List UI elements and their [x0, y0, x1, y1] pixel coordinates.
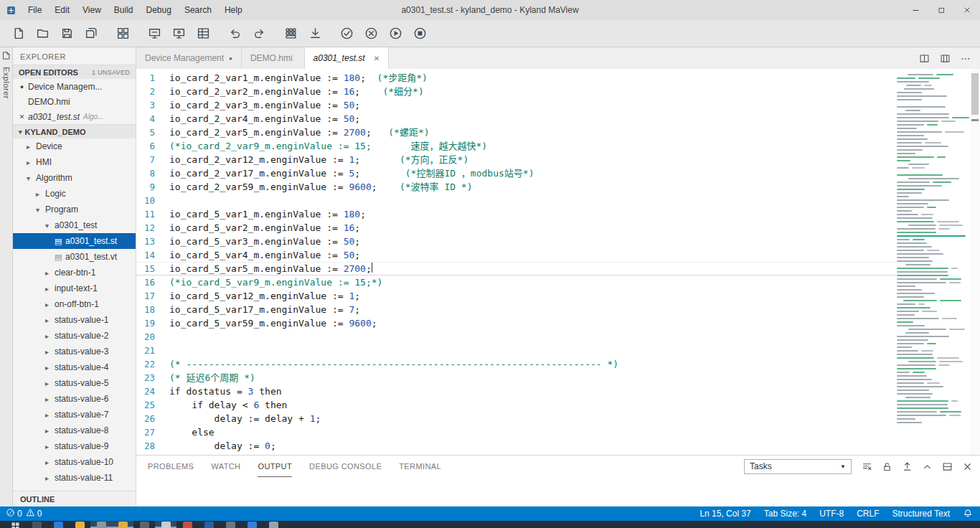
run-button[interactable]: [385, 23, 406, 44]
tree-item-Program[interactable]: ▾Program: [13, 202, 136, 217]
tree-item-clear-btn-1[interactable]: ▸clear-btn-1: [13, 265, 136, 280]
outline-header[interactable]: OUTLINE: [13, 491, 136, 506]
tree-item-status-value-10[interactable]: ▸status-value-10: [13, 454, 136, 470]
tree-item-status-value-8[interactable]: ▸status-value-8: [13, 423, 136, 438]
code-line[interactable]: 5io_card_2_var5_m.enginValue := 2700; (*…: [136, 126, 895, 139]
code-area[interactable]: 1io_card_2_var1_m.enginValue := 180; (*步…: [136, 69, 895, 455]
encoding-indicator[interactable]: UTF-8: [819, 509, 844, 519]
code-line[interactable]: 19io_card_5_var59_m.enginValue := 9600;: [136, 316, 895, 330]
open-editor-item[interactable]: ●Device Managem...: [13, 79, 136, 94]
eol-indicator[interactable]: CRLF: [857, 509, 879, 519]
code-line[interactable]: 10: [136, 194, 895, 207]
scrollbar-thumb[interactable]: [971, 73, 979, 115]
taskbar-app-icon[interactable]: [241, 521, 263, 528]
panel-tab-debug-console[interactable]: DEBUG CONSOLE: [309, 456, 382, 477]
unlock-icon[interactable]: [882, 461, 892, 472]
stop-button[interactable]: [409, 23, 430, 44]
tree-item-a0301_test.vt[interactable]: ▤a0301_test.vt: [13, 249, 136, 265]
taskbar-app-icon[interactable]: [263, 521, 284, 528]
taskbar-app-icon[interactable]: [90, 521, 112, 528]
cancel-build-button[interactable]: [360, 23, 382, 44]
tree-item-status-value-11[interactable]: ▸status-value-11: [13, 470, 136, 486]
pin-output-icon[interactable]: [902, 461, 913, 472]
code-line[interactable]: 1io_card_2_var1_m.enginValue := 180; (*步…: [136, 71, 895, 85]
clear-output-icon[interactable]: [862, 461, 872, 472]
taskbar-app-icon[interactable]: [220, 521, 241, 528]
menu-help[interactable]: Help: [218, 0, 249, 20]
redo-button[interactable]: [248, 23, 270, 44]
panel-tab-terminal[interactable]: TERMINAL: [399, 456, 441, 477]
tree-item-status-value-7[interactable]: ▸status-value-7: [13, 407, 136, 423]
tree-item-status-value-2[interactable]: ▸status-value-2: [13, 328, 136, 344]
device-monitor-button[interactable]: [168, 23, 189, 44]
code-line[interactable]: 3io_card_2_var3_m.enginValue := 50;: [136, 98, 895, 112]
close-tab-icon[interactable]: ✕: [374, 55, 380, 62]
tree-item-status-value-1[interactable]: ▸status-value-1: [13, 312, 136, 328]
open-editor-item[interactable]: ✕a0301_test.stAlgo...: [13, 109, 136, 124]
taskbar-app-icon[interactable]: [176, 521, 198, 528]
package-button[interactable]: [112, 23, 133, 44]
keypad-button[interactable]: [280, 23, 301, 44]
code-line[interactable]: 23(* 延迟6个周期 *): [136, 371, 895, 385]
taskbar-app-icon[interactable]: [26, 521, 47, 528]
taskbar-app-icon[interactable]: [47, 521, 69, 528]
code-line[interactable]: 22(* -----------------------------------…: [136, 357, 895, 371]
import-button[interactable]: [304, 23, 326, 44]
tree-item-Device[interactable]: ▸Device: [13, 138, 136, 154]
code-line[interactable]: 18io_card_5_var17_m.enginValue := 7;: [136, 303, 895, 316]
tab-size-indicator[interactable]: Tab Size: 4: [764, 509, 806, 519]
tree-item-status-value-3[interactable]: ▸status-value-3: [13, 344, 136, 359]
close-panel-icon[interactable]: [962, 461, 973, 472]
menu-edit[interactable]: Edit: [48, 0, 76, 20]
code-line[interactable]: 13io_card_5_var3_m.enginValue := 50;: [136, 235, 895, 248]
code-line[interactable]: 9io_card_2_var59_m.enginValue := 9600; (…: [136, 180, 895, 194]
tree-item-a0301_test[interactable]: ▾a0301_test: [13, 217, 136, 233]
code-line[interactable]: 24if dostatus = 3 then: [136, 385, 895, 398]
menu-build[interactable]: Build: [108, 0, 140, 20]
open-editor-item[interactable]: DEMO.hmi: [13, 94, 136, 109]
menu-debug[interactable]: Debug: [140, 0, 178, 20]
tree-item-Logic[interactable]: ▸Logic: [13, 186, 136, 202]
close-editor-icon[interactable]: ✕: [17, 113, 27, 121]
output-content[interactable]: [136, 477, 980, 506]
panel-tab-watch[interactable]: WATCH: [211, 456, 240, 477]
open-project-button[interactable]: [32, 23, 53, 44]
split-editor-icon[interactable]: [919, 53, 930, 64]
code-line[interactable]: 8io_card_2_var17_m.enginValue := 5; (*控制…: [136, 166, 895, 180]
code-line[interactable]: 16(*io_card_5_var9_m.enginValue := 15;*): [136, 275, 895, 289]
split-panel-icon[interactable]: [942, 461, 953, 472]
taskbar-app-icon[interactable]: [198, 521, 220, 528]
code-line[interactable]: 11io_card_5_var1_m.enginValue := 180;: [136, 207, 895, 221]
panel-tab-problems[interactable]: PROBLEMS: [148, 456, 194, 477]
chevron-up-icon[interactable]: [922, 461, 933, 472]
code-line[interactable]: 4io_card_2_var4_m.enginValue := 50;: [136, 112, 895, 126]
cursor-position[interactable]: Ln 15, Col 37: [699, 509, 750, 519]
language-mode-indicator[interactable]: Structured Text: [892, 509, 950, 519]
deploy-device-button[interactable]: [143, 23, 165, 44]
tree-item-status-value-4[interactable]: ▸status-value-4: [13, 359, 136, 375]
tree-item-status-value-6[interactable]: ▸status-value-6: [13, 391, 136, 407]
tree-item-on-off-btn-1[interactable]: ▸on-off-btn-1: [13, 296, 136, 312]
editor-tab-Device Management[interactable]: Device Management●: [136, 47, 242, 69]
code-line[interactable]: 26 delay := delay + 1;: [136, 412, 895, 425]
menu-search[interactable]: Search: [178, 0, 218, 20]
editor-tab-DEMO.hmi[interactable]: DEMO.hmi: [242, 47, 305, 69]
code-line[interactable]: 20: [136, 330, 895, 344]
open-editors-header[interactable]: OPEN EDITORS 1 UNSAVED: [13, 65, 136, 79]
tree-item-HMI[interactable]: ▸HMI: [13, 154, 136, 170]
project-header[interactable]: ▾ KYLAND_DEMO: [13, 124, 136, 138]
code-line[interactable]: 6(*io_card_2_var9_m.enginValue := 15; 速度…: [136, 139, 895, 153]
code-line[interactable]: 7io_card_2_var12_m.enginValue := 1; (*方向…: [136, 153, 895, 166]
save-all-button[interactable]: [80, 23, 102, 44]
menu-view[interactable]: View: [76, 0, 108, 20]
code-line[interactable]: 17io_card_5_var12_m.enginValue := 1;: [136, 289, 895, 303]
tasks-dropdown[interactable]: Tasks ▼: [744, 459, 852, 474]
undo-button[interactable]: [224, 23, 245, 44]
code-line[interactable]: 21: [136, 344, 895, 357]
table-button[interactable]: [192, 23, 214, 44]
layout-columns-icon[interactable]: [940, 53, 951, 64]
tree-item-status-value-5[interactable]: ▸status-value-5: [13, 375, 136, 391]
save-button[interactable]: [56, 23, 77, 44]
editor-tab-a0301_test.st[interactable]: a0301_test.st✕: [305, 47, 389, 69]
tree-item-status-value-9[interactable]: ▸status-value-9: [13, 438, 136, 454]
